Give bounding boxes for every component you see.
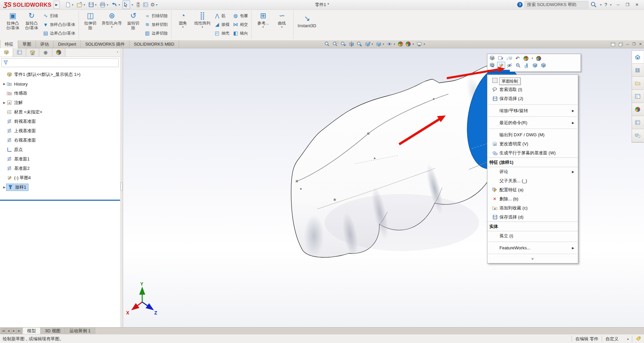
tab-configuration-manager[interactable] xyxy=(26,48,39,57)
last-tab-button[interactable]: ▶| xyxy=(17,328,22,334)
open-document-button[interactable]: ▾ xyxy=(76,1,87,9)
file-explorer-button[interactable] xyxy=(632,77,644,90)
doc-minimize-icon[interactable]: ─ xyxy=(626,42,629,46)
tab-3d-views[interactable]: 3D 视图 xyxy=(41,328,65,334)
rollback-bar[interactable] xyxy=(0,200,120,201)
expand-caret-icon[interactable]: ▶ xyxy=(3,82,6,86)
tab-dimxpert-manager[interactable]: ⊕ xyxy=(39,48,52,57)
menu-item-save-selection-2[interactable]: 保存选择 (d) xyxy=(487,212,578,222)
pattern-caret-icon[interactable]: ▾ xyxy=(202,26,203,29)
tree-item-right-plane[interactable]: 右视基准面 xyxy=(0,136,120,145)
appearances-scenes-button[interactable] xyxy=(632,103,644,116)
menu-item-recent-commands[interactable]: 最近的命令(R) ▶ xyxy=(487,118,578,127)
tree-filter-input[interactable] xyxy=(1,58,119,67)
tab-motion-study[interactable]: 运动算例 1 xyxy=(65,328,95,334)
doc-restore-icon[interactable]: ❐ xyxy=(632,42,636,46)
hide-show-items-button[interactable]: ▾ xyxy=(386,41,397,47)
print-button[interactable]: ▾ xyxy=(99,1,110,9)
search-caret-icon[interactable]: ▾ xyxy=(600,3,601,6)
view-orientation-caret-icon[interactable]: ▾ xyxy=(372,43,373,46)
next-tab-button[interactable]: ▶ xyxy=(11,328,16,334)
instant3d-button[interactable]: ↘ Instant3D xyxy=(296,10,318,29)
apply-scene-button[interactable]: ▾ xyxy=(405,41,416,47)
loft-cut-button[interactable]: ≋放样切割 xyxy=(143,20,169,29)
tree-root[interactable]: 零件1 (默认<<默认>_显示状态 1>) xyxy=(0,70,120,79)
file-properties-button[interactable] xyxy=(142,1,149,9)
zoom-fit-button[interactable] xyxy=(324,41,331,47)
select-other-icon[interactable] xyxy=(489,62,496,68)
section-cube-icon[interactable] xyxy=(540,62,547,68)
sketch-draw-icon[interactable] xyxy=(497,62,505,69)
apply-material-icon[interactable] xyxy=(535,55,542,61)
menu-item-plane-parallel-screen[interactable]: 生成平行于屏幕的基准面 (W) xyxy=(487,148,578,157)
menu-item-isolate[interactable]: 孤立 (i) xyxy=(487,231,578,240)
design-library-button[interactable] xyxy=(632,64,644,77)
edit-feature-icon[interactable] xyxy=(489,55,496,61)
tab-model[interactable]: 模型 xyxy=(22,328,41,334)
tree-item-top-plane[interactable]: 上视基准面 xyxy=(0,126,120,136)
tree-item-history[interactable]: ▶ History xyxy=(0,79,120,89)
tab-features[interactable]: 特征 xyxy=(0,40,18,48)
reference-geometry-button[interactable]: ⊞ 参考... ▾ xyxy=(254,10,272,29)
tab-dimxpert[interactable]: DimXpert xyxy=(54,40,81,48)
intersect-button[interactable]: ⋈相交 xyxy=(231,20,249,29)
help-circle-icon[interactable]: ? xyxy=(517,2,523,7)
hide-show-caret-icon[interactable]: ▾ xyxy=(394,43,395,46)
tree-item-annotations[interactable]: ▶ 注解 xyxy=(0,98,120,107)
tag-icon[interactable] xyxy=(636,336,641,342)
tab-sketch[interactable]: 草图 xyxy=(18,40,36,48)
restore-button[interactable]: ❐ xyxy=(624,2,631,7)
tree-item-sketch4[interactable]: (-) 草图4 xyxy=(0,173,120,183)
boundary-boss-button[interactable]: ▤边界凸台/基体 xyxy=(41,29,76,38)
curves-caret-icon[interactable]: ▾ xyxy=(281,26,282,29)
boundary-cut-button[interactable]: ▥边界切除 xyxy=(143,29,169,38)
menu-item-zoom-pan-rotate[interactable]: 缩放/平移/旋转 ▶ xyxy=(487,106,578,115)
normal-to-icon[interactable] xyxy=(523,62,530,68)
tab-property-manager[interactable] xyxy=(13,48,26,57)
undo-button[interactable]: ▾ xyxy=(111,1,122,9)
annotation-view-button[interactable]: A xyxy=(356,41,364,47)
hole-wizard-caret-icon[interactable]: ▾ xyxy=(111,26,112,29)
view-orientation-button[interactable]: ▾ xyxy=(364,41,375,47)
fillet-caret-icon[interactable]: ▾ xyxy=(182,26,183,29)
tab-evaluate[interactable]: 评估 xyxy=(36,40,54,48)
sweep-button[interactable]: ∿扫描 xyxy=(41,11,76,20)
cascade-window-icon[interactable] xyxy=(619,42,623,46)
menu-item-comment[interactable]: 评论 ▶ xyxy=(487,167,578,176)
view-palette-button[interactable] xyxy=(632,90,644,103)
edit-sketch-icon[interactable] xyxy=(497,55,504,61)
fillet-button[interactable]: ◔ 圆角 ▾ xyxy=(173,10,192,29)
close-button[interactable]: ✕ xyxy=(633,2,641,7)
extrude-cut-button[interactable]: ◫ 拉伸切除 xyxy=(81,10,100,31)
hide-icon[interactable] xyxy=(506,62,514,68)
menu-item-change-transparency[interactable]: 更改透明度 (V) xyxy=(487,139,578,148)
options-caret-icon[interactable]: ▾ xyxy=(156,3,157,6)
curves-button[interactable]: ∽ 曲线 ▾ xyxy=(272,10,291,29)
save-button[interactable]: ▾ xyxy=(88,1,98,9)
view-settings-button[interactable]: ▾ xyxy=(416,41,427,47)
hole-wizard-button[interactable]: ⊛ 异型孔向导 ▾ xyxy=(100,10,124,29)
prev-tab-button[interactable]: ◀ xyxy=(6,328,11,334)
tree-item-origin[interactable]: 原点 xyxy=(0,145,120,154)
appearance-icon[interactable] xyxy=(522,55,530,61)
custom-caret-icon[interactable]: ▴ xyxy=(627,337,629,340)
tree-item-plane1[interactable]: 基准面1 xyxy=(0,154,120,164)
menu-item-save-selection[interactable]: 保存选择 (J) xyxy=(487,94,578,103)
appearance-caret-icon[interactable]: ▾ xyxy=(532,57,533,60)
menu-item-delete[interactable]: ✕ 删除... (b) xyxy=(487,194,578,203)
zoom-to-selection-icon[interactable] xyxy=(515,62,522,68)
new-document-button[interactable]: ▾ xyxy=(64,1,75,9)
linear-pattern-button[interactable]: ⣿ 线性阵列 ▾ xyxy=(192,10,212,29)
menu-item-parent-child[interactable]: 父子关系... (_) xyxy=(487,176,578,185)
loft-button[interactable]: ▼放样凸台/基体 xyxy=(41,20,76,29)
search-input[interactable]: 搜索 SOLIDWORKS 帮助 xyxy=(525,1,588,8)
help-menu-button[interactable]: ? xyxy=(604,2,607,7)
tab-sw-mbd[interactable]: SOLIDWORKS MBD xyxy=(129,40,179,48)
suppress-icon[interactable]: ↓ xyxy=(505,55,513,61)
mirror-button[interactable]: ◧镜向 xyxy=(231,29,249,38)
menu-item-lasso-select[interactable]: 套索选取 (I) xyxy=(487,85,578,94)
tab-feature-manager[interactable] xyxy=(0,48,13,57)
tree-item-sensors[interactable]: 传感器 xyxy=(0,89,120,98)
section-view-button[interactable] xyxy=(348,41,356,47)
zoom-area-button[interactable] xyxy=(332,41,339,47)
